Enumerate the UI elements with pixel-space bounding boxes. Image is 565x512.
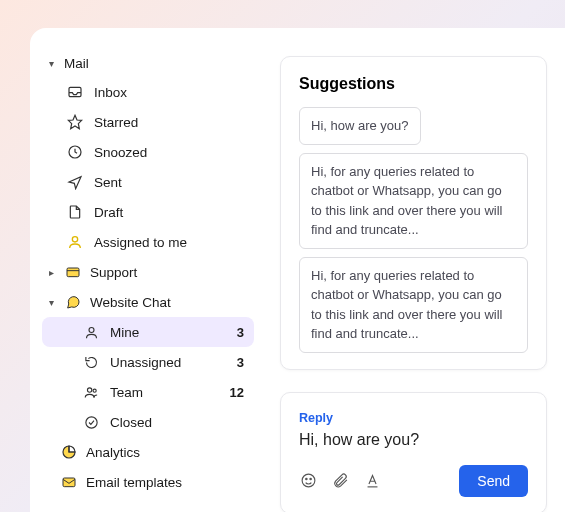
sidebar-item-starred[interactable]: Starred	[42, 107, 254, 137]
emoji-icon[interactable]	[299, 472, 317, 490]
user-icon	[66, 233, 84, 251]
sidebar-item-label: Starred	[94, 115, 250, 130]
send-button[interactable]: Send	[459, 465, 528, 497]
envelope-icon	[60, 473, 78, 491]
suggestion-item[interactable]: Hi, how are you?	[299, 107, 421, 145]
sidebar-item-analytics[interactable]: Analytics	[42, 437, 254, 467]
main-panel: Suggestions Hi, how are you? Hi, for any…	[266, 28, 565, 512]
website-chat-label: Website Chat	[90, 295, 171, 310]
sidebar-item-label: Mine	[110, 325, 227, 340]
sidebar-item-count: 3	[237, 325, 250, 340]
sidebar-item-inbox[interactable]: Inbox	[42, 77, 254, 107]
svg-point-8	[85, 416, 96, 427]
sidebar-item-unassigned[interactable]: Unassigned 3	[42, 347, 254, 377]
reply-input[interactable]: Hi, how are you?	[299, 431, 528, 449]
analytics-label: Analytics	[86, 445, 140, 460]
svg-point-3	[72, 237, 77, 242]
website-chat-section-header[interactable]: ▾ Website Chat	[42, 287, 254, 317]
chevron-right-icon: ▸	[46, 267, 56, 278]
svg-marker-1	[68, 115, 81, 128]
team-icon	[82, 383, 100, 401]
file-icon	[66, 203, 84, 221]
person-icon	[82, 323, 100, 341]
suggestions-card: Suggestions Hi, how are you? Hi, for any…	[280, 56, 547, 370]
svg-point-10	[302, 474, 315, 487]
sidebar-item-label: Team	[110, 385, 220, 400]
svg-point-7	[93, 389, 96, 392]
pie-chart-icon	[60, 443, 78, 461]
reply-label: Reply	[299, 411, 528, 425]
text-format-icon[interactable]	[363, 472, 381, 490]
suggestion-item[interactable]: Hi, for any queries related to chatbot o…	[299, 153, 528, 249]
svg-point-12	[309, 478, 310, 479]
clock-icon	[66, 143, 84, 161]
support-label: Support	[90, 265, 137, 280]
support-section-header[interactable]: ▸ Support	[42, 257, 254, 287]
svg-point-6	[87, 387, 91, 391]
mail-section-header[interactable]: ▾ Mail	[42, 50, 254, 77]
suggestion-item[interactable]: Hi, for any queries related to chatbot o…	[299, 257, 528, 353]
suggestions-title: Suggestions	[299, 75, 528, 93]
sidebar-item-sent[interactable]: Sent	[42, 167, 254, 197]
sidebar-item-mine[interactable]: Mine 3	[42, 317, 254, 347]
chevron-down-icon: ▾	[46, 297, 56, 308]
sidebar-item-label: Inbox	[94, 85, 250, 100]
sidebar-item-label: Closed	[110, 415, 250, 430]
sidebar-item-label: Assigned to me	[94, 235, 250, 250]
sidebar-item-team[interactable]: Team 12	[42, 377, 254, 407]
svg-point-5	[89, 327, 94, 332]
unassigned-icon	[82, 353, 100, 371]
sidebar-item-label: Sent	[94, 175, 250, 190]
sidebar-item-email-templates[interactable]: Email templates	[42, 467, 254, 497]
sidebar-item-draft[interactable]: Draft	[42, 197, 254, 227]
app-window: ▾ Mail Inbox Starred Snoozed Sent	[30, 28, 565, 512]
sidebar-item-snoozed[interactable]: Snoozed	[42, 137, 254, 167]
svg-rect-4	[67, 268, 79, 277]
support-icon	[64, 263, 82, 281]
sidebar-item-assigned[interactable]: Assigned to me	[42, 227, 254, 257]
chat-icon	[64, 293, 82, 311]
sidebar-item-count: 3	[237, 355, 250, 370]
reply-toolbar: Send	[299, 465, 528, 497]
attachment-icon[interactable]	[331, 472, 349, 490]
reply-card: Reply Hi, how are you? Send	[280, 392, 547, 513]
sidebar-item-label: Unassigned	[110, 355, 227, 370]
email-templates-label: Email templates	[86, 475, 182, 490]
sidebar-item-count: 12	[230, 385, 250, 400]
sidebar: ▾ Mail Inbox Starred Snoozed Sent	[30, 28, 266, 512]
check-circle-icon	[82, 413, 100, 431]
mail-section-label: Mail	[64, 56, 89, 71]
send-icon	[66, 173, 84, 191]
sidebar-item-label: Draft	[94, 205, 250, 220]
sidebar-item-label: Snoozed	[94, 145, 250, 160]
chevron-down-icon: ▾	[46, 58, 56, 69]
sidebar-item-closed[interactable]: Closed	[42, 407, 254, 437]
star-icon	[66, 113, 84, 131]
inbox-icon	[66, 83, 84, 101]
svg-point-11	[305, 478, 306, 479]
